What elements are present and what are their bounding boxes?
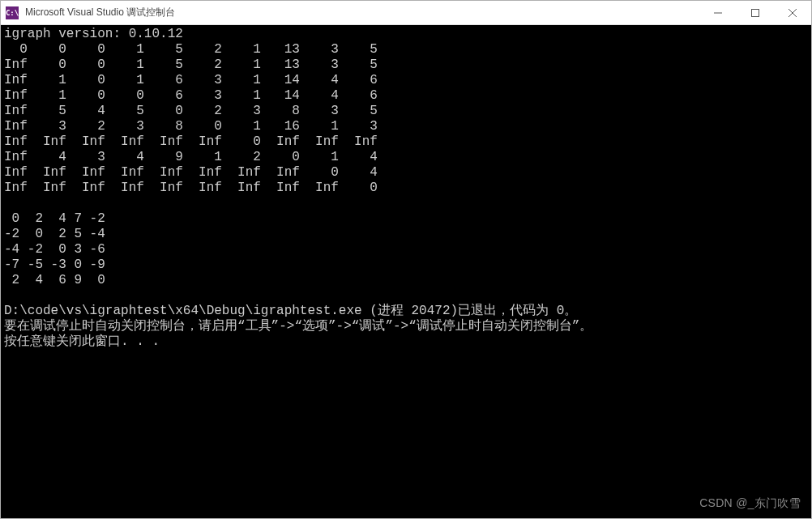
matrix1-row: Inf Inf Inf Inf Inf Inf 0 Inf Inf Inf [4,134,378,149]
minimize-button[interactable] [699,1,737,24]
titlebar: C:\ Microsoft Visual Studio 调试控制台 [1,1,811,25]
matrix1-row: 0 0 0 1 5 2 1 13 3 5 [4,42,378,57]
press-key-line: 按任意键关闭此窗口. . . [4,334,160,349]
matrix1-row: Inf 1 0 1 6 3 1 14 4 6 [4,73,378,87]
matrix1-row: Inf 1 0 0 6 3 1 14 4 6 [4,88,378,103]
matrix1-row: Inf 5 4 5 0 2 3 8 3 5 [4,104,378,118]
svg-rect-1 [752,9,759,16]
version-line: igraph version: 0.10.12 [4,27,183,41]
window-controls [699,1,811,24]
hint-line: 要在调试停止时自动关闭控制台，请启用“工具”->“选项”->“调试”->“调试停… [4,319,592,334]
console-output[interactable]: igraph version: 0.10.12 0 0 0 1 5 2 1 13… [1,25,811,518]
minimize-icon [714,9,722,17]
matrix1-row: Inf 0 0 1 5 2 1 13 3 5 [4,57,378,72]
matrix2-row: 0 2 4 7 -2 [4,211,105,226]
app-window: C:\ Microsoft Visual Studio 调试控制台 igraph… [0,0,812,519]
matrix2-row: -4 -2 0 3 -6 [4,242,105,257]
app-icon-label: C:\ [6,9,19,17]
window-title: Microsoft Visual Studio 调试控制台 [25,6,699,19]
matrix1-row: Inf 4 3 4 9 1 2 0 1 4 [4,150,378,164]
matrix1-row: Inf Inf Inf Inf Inf Inf Inf Inf 0 4 [4,165,378,180]
maximize-button[interactable] [737,1,774,24]
app-icon: C:\ [6,6,19,19]
exit-line: D:\code\vs\igraphtest\x64\Debug\igraphte… [4,304,577,318]
watermark: CSDN @_东门吹雪 [699,496,801,511]
close-button[interactable] [774,1,811,24]
matrix1-row: Inf 3 2 3 8 0 1 16 1 3 [4,119,378,134]
matrix1-row: Inf Inf Inf Inf Inf Inf Inf Inf Inf 0 [4,181,378,195]
matrix2-row: 2 4 6 9 0 [4,273,105,287]
maximize-icon [751,9,759,17]
matrix2-row: -7 -5 -3 0 -9 [4,257,105,272]
matrix2-row: -2 0 2 5 -4 [4,227,105,241]
close-icon [788,9,797,17]
